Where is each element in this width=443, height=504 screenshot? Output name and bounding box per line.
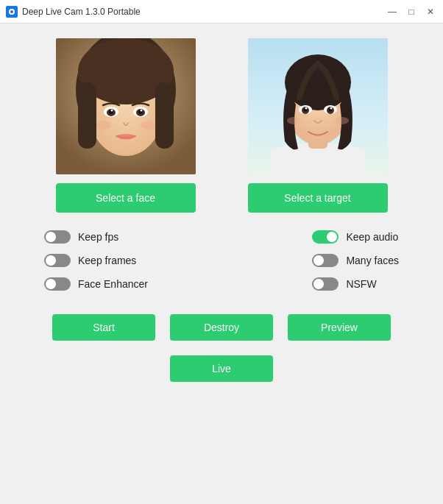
live-button[interactable]: Live — [170, 355, 273, 382]
keep-audio-thumb — [327, 232, 337, 242]
select-face-button[interactable]: Select a face — [56, 183, 196, 213]
image-row: Select a face — [37, 38, 406, 213]
svg-point-33 — [336, 117, 349, 124]
close-button[interactable]: ✕ — [424, 5, 437, 18]
face-enhancer-option: Face Enhancer — [44, 277, 148, 291]
app-title: Deep Live Cam 1.3.0 Portable — [22, 7, 386, 17]
app-icon — [6, 6, 18, 18]
svg-rect-8 — [155, 82, 174, 149]
keep-audio-toggle[interactable] — [312, 230, 339, 244]
bottom-buttons: Start Destroy Preview Live — [37, 314, 406, 382]
keep-frames-label: Keep frames — [78, 255, 136, 266]
svg-rect-7 — [78, 82, 96, 149]
many-faces-option: Many faces — [312, 254, 399, 267]
face-panel: Select a face — [37, 38, 214, 213]
start-button[interactable]: Start — [52, 314, 155, 341]
preview-button[interactable]: Preview — [288, 314, 391, 341]
options-row: Keep fps Keep frames Face Enhancer — [37, 230, 406, 291]
svg-point-30 — [305, 107, 307, 110]
nsfw-toggle[interactable] — [312, 277, 339, 291]
main-content: Select a face — [0, 24, 443, 397]
face-image — [56, 38, 196, 174]
nsfw-option: NSFW — [312, 277, 399, 291]
face-enhancer-label: Face Enhancer — [78, 278, 148, 290]
minimize-button[interactable]: — — [386, 5, 399, 18]
maximize-button[interactable]: □ — [405, 5, 418, 18]
target-panel: Select a target — [229, 38, 406, 213]
keep-audio-label: Keep audio — [346, 231, 398, 243]
left-options: Keep fps Keep frames Face Enhancer — [44, 230, 148, 291]
svg-point-18 — [141, 121, 155, 129]
svg-point-17 — [96, 121, 111, 129]
svg-point-15 — [110, 110, 113, 112]
many-faces-toggle[interactable] — [312, 254, 339, 267]
right-options: Keep audio Many faces NSFW — [312, 230, 399, 291]
nsfw-label: NSFW — [346, 278, 376, 290]
nsfw-thumb — [313, 279, 324, 289]
title-bar: Deep Live Cam 1.3.0 Portable — □ ✕ — [0, 0, 443, 24]
select-target-button[interactable]: Select a target — [248, 183, 388, 213]
keep-fps-toggle[interactable] — [44, 230, 71, 244]
target-image — [248, 38, 388, 174]
keep-fps-option: Keep fps — [44, 230, 148, 244]
keep-fps-thumb — [46, 232, 56, 242]
face-enhancer-thumb — [46, 279, 56, 289]
keep-fps-label: Keep fps — [78, 231, 118, 243]
svg-point-32 — [287, 117, 300, 124]
many-faces-label: Many faces — [346, 255, 399, 266]
main-buttons-row: Start Destroy Preview — [52, 314, 391, 341]
keep-audio-option: Keep audio — [312, 230, 399, 244]
many-faces-thumb — [313, 255, 324, 266]
svg-point-2 — [10, 10, 13, 13]
svg-point-16 — [140, 110, 142, 112]
keep-frames-option: Keep frames — [44, 254, 148, 267]
keep-frames-toggle[interactable] — [44, 254, 71, 267]
face-enhancer-toggle[interactable] — [44, 277, 71, 291]
destroy-button[interactable]: Destroy — [170, 314, 273, 341]
face-image-box — [56, 38, 196, 174]
keep-frames-thumb — [46, 255, 56, 266]
svg-point-31 — [330, 107, 332, 110]
window-controls: — □ ✕ — [386, 5, 437, 18]
target-image-box — [248, 38, 388, 174]
